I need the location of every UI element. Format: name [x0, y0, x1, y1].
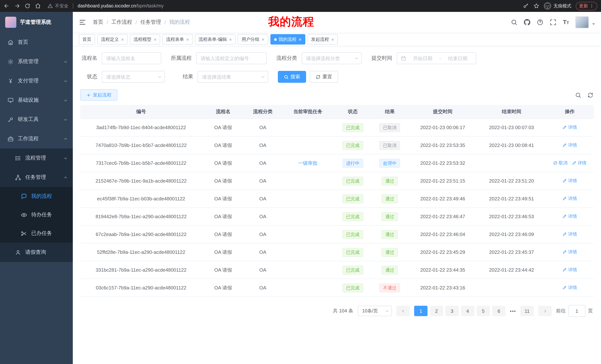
- fullscreen-icon[interactable]: [550, 19, 557, 26]
- tab-我的流程[interactable]: 我的流程×: [270, 34, 305, 45]
- tab-流程定义[interactable]: 流程定义×: [97, 34, 128, 45]
- sidebar-item-todo-tasks[interactable]: 待办任务: [0, 206, 73, 224]
- tab-发起流程[interactable]: 发起流程×: [307, 34, 338, 45]
- sidebar-item-infra[interactable]: 基础设施: [0, 91, 73, 110]
- tab-流程表单-编辑[interactable]: 流程表单-编辑×: [195, 34, 236, 45]
- hamburger-icon[interactable]: [79, 19, 86, 26]
- reload-icon[interactable]: [25, 3, 30, 9]
- tab-流程模型[interactable]: 流程模型×: [130, 34, 160, 45]
- row-end-time: 2022-01-22 23:46:53: [477, 208, 546, 225]
- sidebar-item-payment[interactable]: 支付管理: [0, 71, 73, 91]
- github-icon[interactable]: [524, 19, 531, 26]
- tab-close-icon[interactable]: ×: [331, 37, 334, 42]
- key-icon[interactable]: [523, 3, 529, 9]
- reset-button[interactable]: 重置: [310, 71, 338, 83]
- avatar[interactable]: [575, 16, 589, 28]
- tab-close-icon[interactable]: ×: [229, 37, 232, 42]
- page-button-11[interactable]: 11: [521, 306, 534, 316]
- create-process-button[interactable]: 发起流程: [80, 89, 117, 101]
- current-task-link[interactable]: 一级审批: [298, 160, 317, 166]
- back-icon[interactable]: [4, 3, 10, 9]
- status-select[interactable]: [102, 71, 165, 83]
- category-select-input[interactable]: [302, 52, 362, 64]
- row-current-task: [281, 190, 334, 208]
- detail-action-link[interactable]: 详情: [562, 142, 577, 148]
- page-button-2[interactable]: 2: [430, 306, 443, 316]
- detail-action-link[interactable]: 详情: [572, 160, 587, 166]
- pager-ellipsis-icon[interactable]: •••: [508, 306, 518, 316]
- goto-page-input[interactable]: [568, 305, 585, 317]
- detail-action-link[interactable]: 详情: [562, 213, 577, 220]
- table-search-icon[interactable]: [575, 92, 581, 98]
- tab-close-icon[interactable]: ×: [121, 37, 124, 42]
- page-size-value[interactable]: [358, 306, 392, 316]
- row-status: 已完成: [334, 225, 371, 243]
- forward-icon[interactable]: [14, 3, 20, 9]
- row-actions: 详情: [546, 136, 594, 154]
- breadcrumb-item[interactable]: 首页: [93, 19, 103, 26]
- help-icon[interactable]: [537, 19, 544, 26]
- sidebar-item-home[interactable]: 首页: [0, 33, 73, 52]
- app-title: 芋道管理系统: [20, 19, 51, 26]
- table-refresh-icon[interactable]: [587, 92, 594, 98]
- page-button-5[interactable]: 5: [477, 306, 490, 316]
- sidebar-item-workflow[interactable]: 工作流程: [0, 129, 73, 148]
- sidebar-item-system[interactable]: 系统管理: [0, 52, 73, 71]
- tab-close-icon[interactable]: ×: [262, 37, 264, 42]
- home-icon[interactable]: [35, 3, 41, 9]
- result-select[interactable]: [198, 71, 268, 83]
- sidebar-item-devtools[interactable]: 研发工具: [0, 110, 73, 129]
- tab-close-icon[interactable]: ×: [186, 37, 189, 42]
- tab-close-icon[interactable]: ×: [154, 37, 156, 42]
- submit-time-range[interactable]: -: [397, 52, 476, 64]
- edit-icon: [562, 196, 567, 201]
- sidebar-item-leave-query[interactable]: 请假查询: [0, 243, 73, 262]
- tab-流程表单[interactable]: 流程表单×: [162, 34, 193, 45]
- process-key-input[interactable]: [196, 52, 267, 64]
- detail-action-link[interactable]: 详情: [562, 285, 577, 291]
- row-status: 已完成: [334, 190, 371, 208]
- end-date-input[interactable]: [443, 55, 472, 61]
- row-process-name: OA 请假: [202, 261, 244, 279]
- tab-用户分组[interactable]: 用户分组×: [238, 34, 268, 45]
- sidebar-item-task-mgmt[interactable]: 任务管理: [0, 168, 73, 187]
- bookmark-star-icon[interactable]: [533, 3, 539, 9]
- detail-action-link[interactable]: 详情: [562, 196, 577, 202]
- page-button-4[interactable]: 4: [461, 306, 474, 316]
- detail-action-link[interactable]: 详情: [562, 178, 577, 184]
- detail-action-link[interactable]: 详情: [562, 231, 577, 238]
- next-page-button[interactable]: [538, 306, 551, 316]
- avatar-caret-icon[interactable]: [592, 23, 595, 26]
- cancel-action-link[interactable]: 取消: [553, 160, 568, 166]
- result-select-input[interactable]: [198, 71, 268, 83]
- page-button-3[interactable]: 3: [445, 306, 459, 316]
- page-button-6[interactable]: 6: [492, 306, 506, 316]
- prev-page-button[interactable]: [396, 306, 410, 316]
- address-bar[interactable]: dashboard.yudao.iocoder.cn/bpm/task/my: [78, 3, 164, 9]
- browser-menu-icon[interactable]: [590, 4, 594, 8]
- font-size-icon[interactable]: TT: [563, 19, 569, 25]
- detail-action-link[interactable]: 详情: [562, 267, 577, 273]
- sidebar-item-done-tasks[interactable]: 已办任务: [0, 224, 73, 243]
- status-badge: 已完成: [342, 230, 363, 239]
- logo[interactable]: 芋道管理系统: [0, 12, 73, 33]
- tab-close-icon[interactable]: ×: [299, 37, 301, 42]
- sidebar-item-my-process[interactable]: 我的流程: [0, 187, 73, 206]
- update-button[interactable]: 更新: [576, 2, 597, 10]
- category-select[interactable]: [302, 52, 362, 64]
- page-size-select[interactable]: [358, 306, 392, 316]
- tab-首页[interactable]: 首页: [79, 34, 95, 45]
- status-badge: 已完成: [342, 212, 363, 221]
- status-select-input[interactable]: [102, 71, 165, 83]
- search-button[interactable]: 搜索: [278, 71, 306, 83]
- start-date-input[interactable]: [408, 55, 437, 61]
- page-button-1[interactable]: 1: [414, 306, 428, 316]
- sidebar-item-process-mgmt[interactable]: 流程管理: [0, 148, 73, 168]
- detail-action-link[interactable]: 详情: [562, 249, 577, 255]
- process-name-input[interactable]: [102, 52, 161, 64]
- detail-action-link[interactable]: 详情: [562, 124, 577, 131]
- search-icon[interactable]: [511, 19, 518, 26]
- breadcrumb-item[interactable]: 工作流程: [111, 19, 132, 26]
- security-indicator[interactable]: 不安全: [48, 3, 68, 9]
- breadcrumb-item[interactable]: 任务管理: [140, 19, 161, 26]
